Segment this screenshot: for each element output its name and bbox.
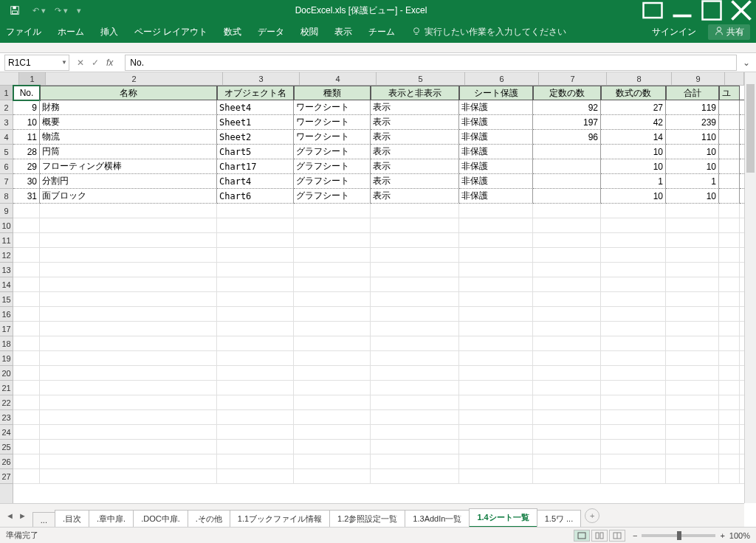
cell[interactable]: Sheet4	[217, 100, 294, 115]
cell[interactable]	[294, 366, 371, 381]
header-cell[interactable]: No.	[13, 86, 40, 100]
cell[interactable]: 非保護	[459, 100, 533, 115]
row-header-20[interactable]: 20	[0, 366, 13, 381]
row-header-10[interactable]: 10	[0, 218, 13, 233]
cell[interactable]	[459, 381, 533, 395]
ribbon-tab-team[interactable]: チーム	[368, 26, 395, 38]
cell[interactable]	[666, 410, 719, 425]
cell[interactable]	[13, 381, 40, 395]
cell[interactable]	[719, 336, 740, 351]
formula-expand-icon[interactable]: ⌄	[741, 58, 752, 68]
cell[interactable]: 14	[601, 130, 666, 145]
zoom-value[interactable]: 100%	[729, 531, 750, 540]
cell[interactable]: 表示	[371, 145, 459, 159]
cell[interactable]	[13, 307, 40, 322]
zoom-in-icon[interactable]: +	[720, 531, 724, 540]
cell[interactable]	[13, 410, 40, 425]
ribbon-tab-formulas[interactable]: 数式	[224, 26, 241, 38]
cell[interactable]	[371, 336, 459, 351]
cell[interactable]: 非保護	[459, 145, 533, 159]
sheet-tab[interactable]: .目次	[55, 510, 89, 528]
name-box[interactable]: R1C1 ▼	[4, 55, 69, 71]
cell[interactable]: 1	[601, 174, 666, 189]
cell[interactable]	[40, 233, 217, 248]
sheet-prev-icon[interactable]: ◄	[4, 510, 16, 522]
ribbon-tab-file[interactable]: ファイル	[6, 26, 41, 38]
row-header-7[interactable]: 7	[0, 174, 13, 189]
cell[interactable]: Chart5	[217, 145, 294, 159]
cell[interactable]	[666, 248, 719, 263]
cell[interactable]	[13, 469, 40, 484]
cell[interactable]	[13, 366, 40, 381]
cell[interactable]	[371, 381, 459, 395]
cell[interactable]	[40, 204, 217, 218]
zoom-out-icon[interactable]: −	[633, 531, 637, 540]
cell[interactable]	[533, 425, 601, 440]
minimize-icon[interactable]	[667, 0, 697, 21]
cell[interactable]	[719, 115, 740, 130]
row-header-13[interactable]: 13	[0, 263, 13, 277]
close-icon[interactable]	[726, 0, 756, 21]
sheet-tab[interactable]: .章中扉.	[89, 510, 134, 528]
row-header-26[interactable]: 26	[0, 454, 13, 469]
page-break-view-icon[interactable]	[609, 530, 625, 542]
cell[interactable]	[533, 159, 601, 174]
cell[interactable]: 円筒	[40, 145, 217, 159]
cell[interactable]: ワークシート	[294, 130, 371, 145]
cell[interactable]	[533, 233, 601, 248]
header-cell[interactable]: 数式の数	[601, 86, 666, 100]
header-cell[interactable]: 種類	[294, 86, 371, 100]
cell[interactable]	[40, 469, 217, 484]
cell[interactable]: グラフシート	[294, 189, 371, 204]
sheet-tab[interactable]: 1.4シート一覧	[469, 508, 537, 528]
cell[interactable]	[601, 425, 666, 440]
cell[interactable]	[13, 248, 40, 263]
cell[interactable]	[719, 469, 740, 484]
row-header-9[interactable]: 9	[0, 204, 13, 218]
cell[interactable]	[719, 322, 740, 336]
cell[interactable]	[459, 469, 533, 484]
cell[interactable]	[533, 469, 601, 484]
cell[interactable]	[459, 425, 533, 440]
cell[interactable]	[40, 218, 217, 233]
cell[interactable]	[719, 159, 740, 174]
cell[interactable]	[533, 351, 601, 366]
cell[interactable]	[601, 351, 666, 366]
cell[interactable]	[40, 248, 217, 263]
cell[interactable]	[217, 263, 294, 277]
cell[interactable]	[601, 277, 666, 292]
row-header-5[interactable]: 5	[0, 145, 13, 159]
cell[interactable]	[719, 366, 740, 381]
cell[interactable]	[40, 351, 217, 366]
cell[interactable]	[294, 440, 371, 454]
cell[interactable]	[294, 263, 371, 277]
cell[interactable]: 概要	[40, 115, 217, 130]
cell[interactable]: 1	[666, 174, 719, 189]
cell[interactable]: ワークシート	[294, 115, 371, 130]
cell[interactable]	[533, 322, 601, 336]
cell[interactable]	[217, 454, 294, 469]
row-header-18[interactable]: 18	[0, 336, 13, 351]
cell[interactable]	[294, 469, 371, 484]
row-header-17[interactable]: 17	[0, 322, 13, 336]
cell[interactable]	[40, 381, 217, 395]
cell[interactable]	[459, 395, 533, 410]
cell[interactable]	[719, 425, 740, 440]
spreadsheet-grid[interactable]: 123456789 123456789101112131415161718192…	[0, 72, 744, 503]
cell[interactable]	[40, 292, 217, 307]
row-header-24[interactable]: 24	[0, 425, 13, 440]
cell[interactable]	[666, 277, 719, 292]
cell[interactable]	[217, 277, 294, 292]
cell[interactable]	[601, 366, 666, 381]
cell[interactable]: 非保護	[459, 189, 533, 204]
cell[interactable]	[13, 277, 40, 292]
row-header-1[interactable]: 1	[0, 86, 13, 100]
cell[interactable]	[719, 174, 740, 189]
cell[interactable]: 92	[533, 100, 601, 115]
cell[interactable]: フローティング横棒	[40, 159, 217, 174]
cell[interactable]	[459, 410, 533, 425]
row-header-3[interactable]: 3	[0, 115, 13, 130]
cell[interactable]	[371, 248, 459, 263]
cell[interactable]	[533, 218, 601, 233]
cell[interactable]	[666, 218, 719, 233]
